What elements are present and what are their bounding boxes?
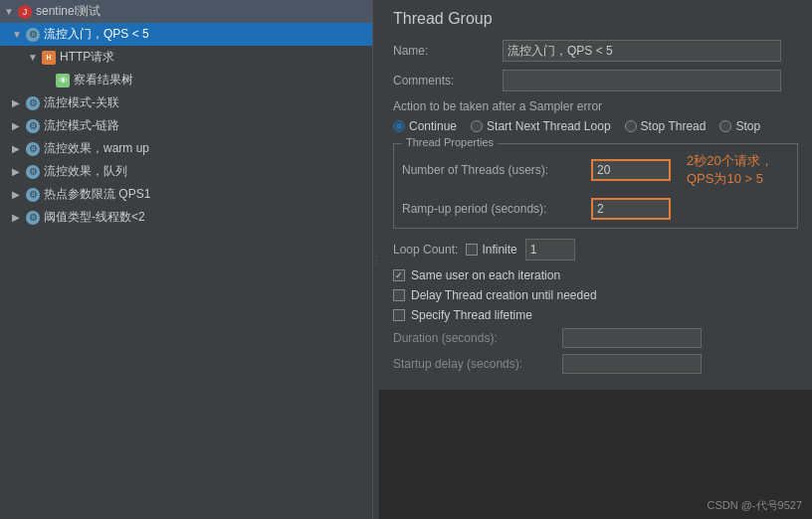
infinite-checkbox-group: Infinite xyxy=(466,243,516,257)
infinite-label: Infinite xyxy=(482,243,516,257)
startup-delay-label: Startup delay (seconds): xyxy=(393,357,562,371)
num-threads-label: Number of Threads (users): xyxy=(402,163,591,177)
action-radio-group: Continue Start Next Thread Loop Stop Thr… xyxy=(393,119,798,133)
radio-circle-stop-thread xyxy=(625,120,637,132)
right-panel-wrapper: Thread Group Name: Comments: Action to b… xyxy=(379,0,812,519)
csdn-watermark: CSDN @-代号9527 xyxy=(707,498,802,513)
specify-lifetime-checkbox[interactable] xyxy=(393,309,405,321)
gear-icon: ⚙ xyxy=(26,96,40,110)
panel-title: Thread Group xyxy=(393,10,798,28)
name-input[interactable] xyxy=(503,40,781,62)
gear-icon: ⚙ xyxy=(26,142,40,156)
sidebar-item-label: 流控模式-链路 xyxy=(44,117,119,134)
right-panel: Thread Group Name: Comments: Action to b… xyxy=(379,0,812,390)
expand-arrow-icon: ▶ xyxy=(12,189,24,200)
loop-label: Loop Count: xyxy=(393,243,458,257)
sidebar-item-flowcontrol-link[interactable]: ▶ ⚙ 流控模式-关联 xyxy=(0,91,372,114)
num-threads-row: Number of Threads (users): 2秒20个请求， QPS为… xyxy=(402,152,789,188)
thread-props-label: Thread Properties xyxy=(402,136,498,148)
duration-row: Duration (seconds): xyxy=(393,328,798,348)
sidebar-item-label: 流控效果，队列 xyxy=(44,163,127,180)
radio-label-stop: Stop xyxy=(735,119,760,133)
sidebar-item-label: HTTP请求 xyxy=(60,49,114,66)
rampup-row: Ramp-up period (seconds): xyxy=(402,198,789,220)
expand-arrow-icon: ▼ xyxy=(4,6,16,17)
same-user-checkbox[interactable] xyxy=(393,269,405,281)
radio-circle-continue xyxy=(393,120,405,132)
gear-icon: ⚙ xyxy=(26,165,40,179)
startup-delay-input[interactable] xyxy=(562,354,702,374)
sidebar-item-label: 察看结果树 xyxy=(74,72,133,88)
delay-thread-label: Delay Thread creation until needed xyxy=(411,288,597,302)
expand-arrow-icon: ▼ xyxy=(12,29,24,40)
duration-label: Duration (seconds): xyxy=(393,331,562,345)
radio-label-continue: Continue xyxy=(409,119,457,133)
comments-input[interactable] xyxy=(503,70,781,91)
num-threads-input[interactable] xyxy=(591,159,671,181)
startup-delay-row: Startup delay (seconds): xyxy=(393,354,798,374)
same-user-row[interactable]: Same user on each iteration xyxy=(393,268,798,282)
expand-arrow-icon: ▼ xyxy=(28,52,40,63)
expand-arrow-icon: ▶ xyxy=(12,143,24,154)
annotation-text: 2秒20个请求， QPS为10 > 5 xyxy=(687,152,773,188)
gear-icon: ⚙ xyxy=(26,188,40,202)
sidebar-item-label: 流控效果，warm up xyxy=(44,140,149,157)
sidebar-item-label: sentinel测试 xyxy=(36,3,101,20)
gear-icon: ⚙ xyxy=(26,211,40,225)
expand-arrow-icon: ▶ xyxy=(12,97,24,108)
radio-label-start-next: Start Next Thread Loop xyxy=(487,119,611,133)
expand-arrow-icon: ▶ xyxy=(12,166,24,177)
specify-lifetime-label: Specify Thread lifetime xyxy=(411,308,532,322)
http-icon: H xyxy=(42,51,56,65)
radio-circle-stop xyxy=(719,120,731,132)
thread-properties-section: Thread Properties Number of Threads (use… xyxy=(393,143,798,229)
sidebar-item-view-result[interactable]: 👁 察看结果树 xyxy=(0,69,372,91)
gear-icon: ⚙ xyxy=(26,28,40,42)
sidebar-item-sentinel[interactable]: ▼ J sentinel测试 xyxy=(0,0,372,23)
sidebar-item-label: 阈值类型-线程数<2 xyxy=(44,209,145,226)
sidebar-item-http-request[interactable]: ▼ H HTTP请求 xyxy=(0,46,372,69)
sidebar: ▼ J sentinel测试 ▼ ⚙ 流控入门，QPS < 5 ▼ H HTTP… xyxy=(0,0,373,519)
radio-start-next[interactable]: Start Next Thread Loop xyxy=(471,119,611,133)
sidebar-item-hotparam-qps1[interactable]: ▶ ⚙ 热点参数限流 QPS1 xyxy=(0,183,372,206)
jmeter-icon: J xyxy=(18,5,32,19)
radio-continue[interactable]: Continue xyxy=(393,119,457,133)
name-label: Name: xyxy=(393,44,503,58)
expand-arrow-icon: ▶ xyxy=(12,212,24,223)
sidebar-item-flowcontrol-chain[interactable]: ▶ ⚙ 流控模式-链路 xyxy=(0,114,372,137)
radio-label-stop-thread: Stop Thread xyxy=(641,119,707,133)
action-label: Action to be taken after a Sampler error xyxy=(393,99,798,113)
loop-value-input[interactable] xyxy=(525,239,575,260)
specify-lifetime-row[interactable]: Specify Thread lifetime xyxy=(393,308,798,322)
sidebar-item-label: 流控入门，QPS < 5 xyxy=(44,26,149,43)
infinite-checkbox[interactable] xyxy=(466,244,478,256)
radio-circle-start-next xyxy=(471,120,483,132)
loop-count-row: Loop Count: Infinite xyxy=(393,239,798,260)
name-row: Name: xyxy=(393,40,798,62)
sidebar-item-floweffect-warmup[interactable]: ▶ ⚙ 流控效果，warm up xyxy=(0,137,372,160)
comments-row: Comments: xyxy=(393,70,798,91)
radio-stop[interactable]: Stop xyxy=(719,119,760,133)
comments-label: Comments: xyxy=(393,74,503,87)
rampup-label: Ramp-up period (seconds): xyxy=(402,202,591,216)
gear-icon: ⚙ xyxy=(26,119,40,133)
radio-stop-thread[interactable]: Stop Thread xyxy=(625,119,707,133)
sidebar-item-floweffect-queue[interactable]: ▶ ⚙ 流控效果，队列 xyxy=(0,160,372,183)
rampup-input[interactable] xyxy=(591,198,671,220)
same-user-label: Same user on each iteration xyxy=(411,268,560,282)
sidebar-item-label: 热点参数限流 QPS1 xyxy=(44,186,150,203)
sidebar-item-label: 流控模式-关联 xyxy=(44,94,119,111)
sidebar-item-threshold-type[interactable]: ▶ ⚙ 阈值类型-线程数<2 xyxy=(0,206,372,229)
sidebar-item-flowcontrol-qps[interactable]: ▼ ⚙ 流控入门，QPS < 5 xyxy=(0,23,372,46)
eye-icon: 👁 xyxy=(56,74,70,87)
delay-thread-row[interactable]: Delay Thread creation until needed xyxy=(393,288,798,302)
expand-arrow-icon: ▶ xyxy=(12,120,24,131)
delay-thread-checkbox[interactable] xyxy=(393,289,405,301)
duration-input[interactable] xyxy=(562,328,702,348)
